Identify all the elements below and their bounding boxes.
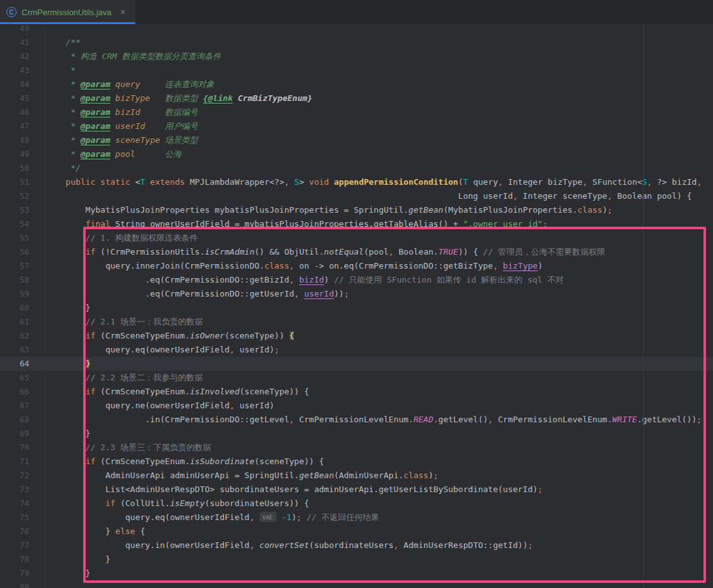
code-text[interactable]: } <box>44 427 713 441</box>
line-number[interactable]: 71 <box>0 455 44 469</box>
code-token: * <box>46 79 81 89</box>
code-text[interactable]: if (CrmSceneTypeEnum.isOwner(sceneType))… <box>44 329 713 343</box>
line-number[interactable]: 78 <box>0 552 44 566</box>
line-number[interactable]: 64 <box>0 357 44 371</box>
code-text[interactable]: // 1. 构建数据权限连表条件 <box>44 231 713 245</box>
code-token: ; <box>274 345 279 354</box>
code-text[interactable]: if (CollUtil.isEmpty(subordinateUsers)) … <box>44 497 713 511</box>
line-number[interactable]: 79 <box>0 566 44 580</box>
line-number[interactable]: 42 <box>0 50 44 63</box>
code-line: 57 query.innerJoin(CrmPermissionDO.class… <box>0 259 713 273</box>
code-text[interactable]: /** <box>44 36 713 50</box>
code-text[interactable]: if (CrmSceneTypeEnum.isInvolved(sceneTyp… <box>44 385 713 399</box>
close-icon[interactable]: × <box>121 7 126 17</box>
code-token: (sceneType)) <box>225 331 290 340</box>
line-number[interactable]: 72 <box>0 469 44 483</box>
line-number[interactable]: 52 <box>0 189 44 203</box>
line-number[interactable]: 44 <box>0 77 44 91</box>
code-text[interactable]: query.in(ownerUserIdField, convertSet(su… <box>44 538 713 552</box>
code-text[interactable]: * @param bizType 数据类型 {@link CrmBizTypeE… <box>44 91 713 105</box>
code-text[interactable]: query.innerJoin(CrmPermissionDO.class, o… <box>44 259 713 273</box>
line-number[interactable]: 61 <box>0 315 44 329</box>
code-text[interactable]: * @param userId 用户编号 <box>44 119 713 133</box>
line-number[interactable]: 47 <box>0 119 44 133</box>
line-number[interactable]: 73 <box>0 483 44 497</box>
code-text[interactable]: // 2.3 场景三：下属负责的数据 <box>44 441 713 455</box>
code-token: .getLevel()) <box>637 415 696 424</box>
code-text[interactable]: query.eq(ownerUserIdField, userId); <box>44 343 713 357</box>
code-text[interactable]: } <box>44 552 713 566</box>
code-text[interactable]: public static <T extends MPJLambdaWrappe… <box>44 175 713 189</box>
code-text[interactable]: // 2.1 场景一：我负责的数据 <box>44 315 713 329</box>
code-text[interactable]: AdminUserApi adminUserApi = SpringUtil.g… <box>44 469 713 483</box>
line-number[interactable]: 75 <box>0 511 44 525</box>
line-number[interactable]: 60 <box>0 301 44 315</box>
line-number[interactable]: 65 <box>0 371 44 385</box>
line-number[interactable]: 45 <box>0 91 44 105</box>
line-number[interactable]: 43 <box>0 63 44 77</box>
code-text[interactable]: * 构造 CRM 数据类型数据分页查询条件 <box>44 50 713 63</box>
code-text[interactable]: */ <box>44 161 713 175</box>
line-number[interactable]: 51 <box>0 175 44 189</box>
line-number[interactable]: 63 <box>0 343 44 357</box>
line-number[interactable]: 55 <box>0 231 44 245</box>
code-text[interactable]: .in(CrmPermissionDO::getLevel, CrmPermis… <box>44 413 713 427</box>
line-number[interactable]: 67 <box>0 399 44 413</box>
code-text[interactable]: * @param sceneType 场景类型 <box>44 133 713 147</box>
code-text[interactable]: * @param pool 公海 <box>44 147 713 161</box>
code-line: 46 * @param bizId 数据编号 <box>0 105 713 119</box>
line-number[interactable]: 70 <box>0 441 44 455</box>
code-text[interactable]: .eq(CrmPermissionDO::getUserId, userId))… <box>44 287 713 301</box>
line-number[interactable]: 49 <box>0 147 44 161</box>
code-token <box>46 387 86 396</box>
code-line: 62 if (CrmSceneTypeEnum.isOwner(sceneTyp… <box>0 329 713 343</box>
code-line: 45 * @param bizType 数据类型 {@link CrmBizTy… <box>0 91 713 105</box>
code-line: 79 } <box>0 566 713 580</box>
line-number[interactable]: 74 <box>0 497 44 511</box>
line-number[interactable]: 68 <box>0 413 44 427</box>
code-text[interactable]: .eq(CrmPermissionDO::getBizId, bizId) //… <box>44 273 713 287</box>
code-text[interactable]: final String ownerUserIdField = mybatisP… <box>44 217 713 231</box>
line-number[interactable]: 76 <box>0 525 44 538</box>
code-text[interactable]: * @param bizId 数据编号 <box>44 105 713 119</box>
code-text[interactable]: List<AdminUserRespDTO> subordinateUsers … <box>44 483 713 497</box>
code-text[interactable]: } <box>44 301 713 315</box>
code-text[interactable]: // 2.2 场景二：我参与的数据 <box>44 371 713 385</box>
line-number[interactable]: 69 <box>0 427 44 441</box>
line-number[interactable]: 80 <box>0 580 44 588</box>
code-token <box>294 275 299 284</box>
tab-crmpermissionutils[interactable]: C CrmPermissionUtils.java × <box>0 0 135 24</box>
line-number[interactable]: 56 <box>0 245 44 259</box>
line-number[interactable]: 53 <box>0 203 44 217</box>
code-token: } <box>46 554 110 564</box>
code-token: (subordinateUsers)) { <box>204 498 309 508</box>
line-number[interactable]: 54 <box>0 217 44 231</box>
line-number[interactable]: 50 <box>0 161 44 175</box>
code-text[interactable]: if (!CrmPermissionUtils.isCrmAdmin() && … <box>44 245 713 259</box>
code-text[interactable] <box>44 580 713 588</box>
line-number[interactable]: 77 <box>0 538 44 552</box>
code-text[interactable]: } <box>44 566 713 580</box>
code-area[interactable]: 4041 /**42 * 构造 CRM 数据类型数据分页查询条件43 *44 *… <box>0 22 713 588</box>
code-line: 49 * @param pool 公海 <box>0 147 713 161</box>
code-token: , <box>513 191 518 201</box>
line-number[interactable]: 48 <box>0 133 44 147</box>
line-number[interactable]: 41 <box>0 36 44 50</box>
code-text[interactable]: } else { <box>44 525 713 538</box>
code-text[interactable]: MybatisPlusJoinProperties mybatisPlusJoi… <box>44 203 713 217</box>
code-text[interactable]: if (CrmSceneTypeEnum.isSubordinate(scene… <box>44 455 713 469</box>
code-text[interactable]: * <box>44 63 713 77</box>
code-line: 56 if (!CrmPermissionUtils.isCrmAdmin() … <box>0 245 713 259</box>
line-number[interactable]: 57 <box>0 259 44 273</box>
line-number[interactable]: 58 <box>0 273 44 287</box>
line-number[interactable]: 59 <box>0 287 44 301</box>
line-number[interactable]: 46 <box>0 105 44 119</box>
code-text[interactable]: query.ne(ownerUserIdField, userId) <box>44 399 713 413</box>
code-text[interactable]: } <box>44 357 713 371</box>
line-number[interactable]: 62 <box>0 329 44 343</box>
code-text[interactable]: Long userId, Integer sceneType, Boolean … <box>44 189 713 203</box>
line-number[interactable]: 66 <box>0 385 44 399</box>
code-text[interactable]: * @param query 连表查询对象 <box>44 77 713 91</box>
code-line: 63 query.eq(ownerUserIdField, userId); <box>0 343 713 357</box>
code-text[interactable]: query.eq(ownerUserIdField, val: -1); // … <box>44 511 713 525</box>
